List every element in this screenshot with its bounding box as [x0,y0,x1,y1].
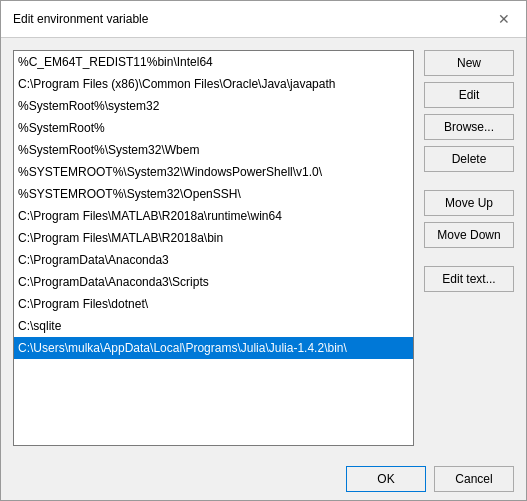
list-item[interactable]: C:\ProgramData\Anaconda3 [14,249,413,271]
list-item[interactable]: %SystemRoot% [14,117,413,139]
list-item[interactable]: C:\Program Files\MATLAB\R2018a\bin [14,227,413,249]
spacer1 [424,178,514,184]
list-item[interactable]: C:\ProgramData\Anaconda3\Scripts [14,271,413,293]
edit-text-button[interactable]: Edit text... [424,266,514,292]
spacer2 [424,254,514,260]
delete-button[interactable]: Delete [424,146,514,172]
buttons-panel: New Edit Browse... Delete Move Up Move D… [424,50,514,446]
move-down-button[interactable]: Move Down [424,222,514,248]
list-item[interactable]: %SYSTEMROOT%\System32\WindowsPowerShell\… [14,161,413,183]
browse-button[interactable]: Browse... [424,114,514,140]
list-item[interactable]: C:\Program Files (x86)\Common Files\Orac… [14,73,413,95]
content-area: %C_EM64T_REDIST11%bin\Intel64C:\Program … [1,38,526,458]
list-item[interactable]: C:\Program Files\dotnet\ [14,293,413,315]
list-item[interactable]: C:\sqlite [14,315,413,337]
list-item[interactable]: %SystemRoot%\System32\Wbem [14,139,413,161]
title-bar: Edit environment variable ✕ [1,1,526,38]
new-button[interactable]: New [424,50,514,76]
edit-env-var-dialog: Edit environment variable ✕ %C_EM64T_RED… [0,0,527,501]
list-item[interactable]: %SystemRoot%\system32 [14,95,413,117]
move-up-button[interactable]: Move Up [424,190,514,216]
cancel-button[interactable]: Cancel [434,466,514,492]
env-var-list[interactable]: %C_EM64T_REDIST11%bin\Intel64C:\Program … [13,50,414,446]
list-item[interactable]: C:\Program Files\MATLAB\R2018a\runtime\w… [14,205,413,227]
list-item[interactable]: C:\Users\mulka\AppData\Local\Programs\Ju… [14,337,413,359]
dialog-title: Edit environment variable [13,12,148,26]
list-item[interactable]: %C_EM64T_REDIST11%bin\Intel64 [14,51,413,73]
close-button[interactable]: ✕ [494,9,514,29]
edit-button[interactable]: Edit [424,82,514,108]
footer: OK Cancel [1,458,526,500]
ok-button[interactable]: OK [346,466,426,492]
list-item[interactable]: %SYSTEMROOT%\System32\OpenSSH\ [14,183,413,205]
